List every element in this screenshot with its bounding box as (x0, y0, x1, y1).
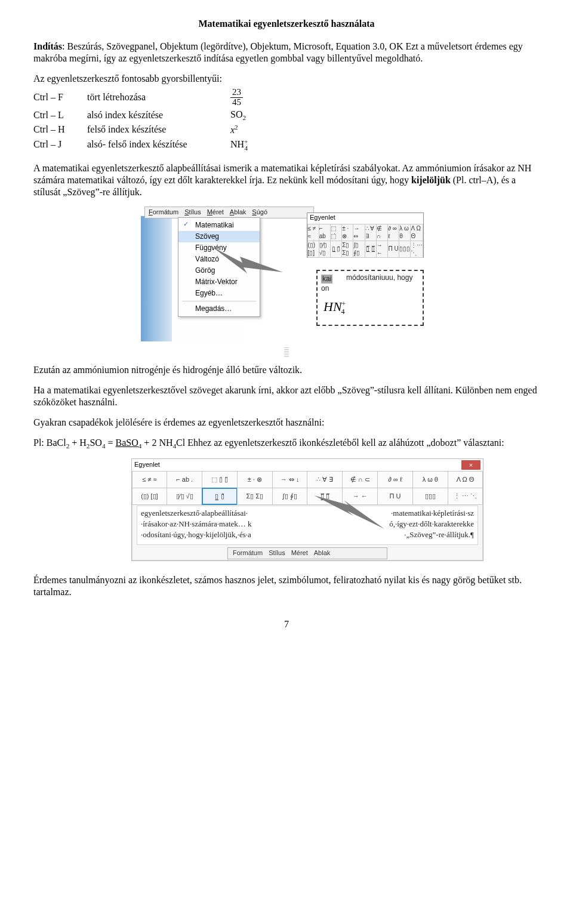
toolbar-button[interactable]: ▯̲ ▯̄ (330, 241, 342, 258)
toolbar-button[interactable]: ∴ ∀ ∃ (307, 471, 343, 488)
menubar-item[interactable]: Formátum (149, 208, 178, 217)
shortcut-desc: alsó index készítése (87, 108, 230, 122)
menubar-item[interactable]: Súgó (252, 208, 267, 217)
toolbar-button[interactable]: ± · ⊗ (341, 224, 353, 241)
toolbar-button[interactable]: ▯̲ ▯̄ (202, 488, 238, 505)
dropdown-item[interactable]: Egyéb… (178, 288, 260, 299)
page-title: Matematikai egyenletszerkesztő használat… (33, 18, 540, 30)
table-row: Ctrl – Jalsó- felső index készítéseNH+4 (33, 137, 278, 153)
sel-equation: HN+4 (324, 298, 344, 317)
dropdown-item[interactable]: Függvény (178, 242, 260, 254)
doc-text-line: ·írásakor·az·NH·számára·matek… kó,·így·e… (141, 519, 474, 529)
toolbar-button[interactable]: Λ Ω Θ (410, 224, 423, 241)
shortcut-example: SO2 (230, 108, 278, 122)
menubar-item[interactable]: Formátum (233, 549, 263, 558)
dropdown-item[interactable]: Szöveg (178, 231, 260, 242)
toolbar-button[interactable]: Π U (377, 488, 413, 505)
toolbar-button[interactable]: ∂ ∞ ℓ (387, 224, 399, 241)
ruler-fragment-icon (284, 347, 289, 358)
menubar-item[interactable]: Stílus (269, 549, 285, 558)
shortcuts-table: Ctrl – Ftört létrehozása2345Ctrl – Lalsó… (33, 87, 278, 153)
sel-frag-1: kai (321, 275, 332, 284)
toolbar-button[interactable]: ⋮⋯⋱ (410, 241, 423, 258)
toolbar-button[interactable]: ∴ ∀ ∃ (365, 224, 377, 241)
toolbar-button[interactable]: λ ω θ (399, 224, 411, 241)
equation-submenubar[interactable]: FormátumStílusMéretAblak (227, 547, 387, 559)
toolbar-button[interactable]: (▯) [▯] (307, 241, 319, 258)
toolbar-button[interactable]: ∫▯ ∮▯ (353, 241, 365, 258)
toolbar-button[interactable]: → ← (342, 488, 378, 505)
shortcut-key: Ctrl – F (33, 87, 87, 108)
sel-frag-2: on (321, 284, 329, 293)
dropdown-item[interactable]: Megadás… (178, 303, 260, 315)
toolbar-button[interactable]: ∉ ∩ ⊂ (342, 471, 378, 488)
shortcut-desc: felső index készítése (87, 122, 230, 137)
selected-equation-object[interactable]: kai on módosítaniuuu, hogy HN+4 (316, 270, 424, 326)
toolbar-button[interactable]: ▯̲̅ ▯̲̅ (365, 241, 377, 258)
toolbar-button[interactable]: ⋮ ⋯ ⋱ (448, 488, 483, 505)
menubar-item[interactable]: Stílus (184, 208, 201, 217)
example-rest: Ehhez az egyenletszerkesztő ikonkészleté… (187, 438, 504, 448)
text-style-paragraph: Ha a matematikai egyenletszerkesztővel s… (33, 384, 540, 408)
equation-toolbar[interactable]: Egyenlet ≤ ≠ ≈⌐ ab⬚ ⬚̇± · ⊗→ ⇔∴ ∀ ∃∉ ∩∂ … (307, 212, 424, 258)
toolbar-button[interactable]: ▯⁄▯ √▯ (167, 488, 202, 505)
dropdown-item[interactable]: Görög (178, 265, 260, 276)
chemical-equation: BaCl2 + H2SO4 = BaSO4 + 2 NH4Cl (47, 438, 185, 448)
toolbar-button[interactable]: Λ Ω Θ (448, 471, 483, 488)
toolbar-button[interactable]: λ ω θ (412, 471, 448, 488)
toolbar-button[interactable]: ≤ ≠ ≈ (307, 224, 319, 241)
doc-text-line: egyenletszerkesztő·alapbeállításai··mate… (141, 509, 474, 518)
equation-toolbar-grid[interactable]: ≤ ≠ ≈⌐ ab .⬚ ▯̇ ▯̈± · ⊗→ ⇔ ↓∴ ∀ ∃∉ ∩ ⊂∂ … (132, 472, 483, 505)
doc-text-line: ·odosítani·úgy,·hogy·kijelöljük,·és·a·„S… (141, 530, 474, 540)
style-menu-screenshot: FormátumStílusMéretAblakSúgó Matematikai… (141, 207, 425, 345)
shortcut-desc: tört létrehozása (87, 87, 230, 108)
toolbar-button[interactable]: ∉ ∩ (376, 224, 388, 241)
toolbar-button[interactable]: ≤ ≠ ≈ (132, 471, 168, 488)
close-button[interactable]: × (461, 460, 480, 470)
toolbar-button[interactable]: ▯▯▯ (412, 488, 448, 505)
toolbar-button[interactable]: → ⇔ (353, 224, 365, 241)
table-row: Ctrl – Ftört létrehozása2345 (33, 87, 278, 108)
shortcut-example: NH+4 (230, 137, 278, 153)
table-row: Ctrl – Lalsó index készítéseSO2 (33, 108, 278, 122)
toolbar-button[interactable]: Σ▯ Σ▯ (341, 241, 353, 258)
word-page-margin (141, 216, 172, 341)
precipitate-paragraph: Gyakran csapadékok jelölésére is érdemes… (33, 417, 540, 429)
toolbar-button[interactable]: ▯̲̅ ▯̲̅ (307, 488, 343, 505)
ammonium-bold: kijelöljük (411, 175, 451, 185)
example-lead: Pl: (33, 438, 47, 448)
toolbar-button[interactable]: ▯⁄▯ √▯ (319, 241, 331, 258)
menu-separator (182, 301, 256, 301)
toolbar-button[interactable]: ± · ⊗ (237, 471, 273, 488)
shortcuts-intro: Az egyenletszerkesztő fontosabb gyorsbil… (33, 73, 540, 85)
toolbar-button[interactable]: Π U (387, 241, 399, 258)
table-row: Ctrl – Hfelső index készítésex2 (33, 122, 278, 137)
ammonium-paragraph: A matematikai egyenletszerkesztő alapbeá… (33, 162, 540, 198)
toolbar-button[interactable]: ▯▯▯ (399, 241, 411, 258)
toolbar-button[interactable]: ⬚ ▯̇ ▯̈ (202, 471, 238, 488)
intro-paragraph: Indítás: Beszúrás, Szövegpanel, Objektum… (33, 41, 540, 64)
toolbar-button[interactable]: Σ▯ Σ▯ (237, 488, 273, 505)
dropdown-item[interactable]: Matematikai (178, 220, 260, 231)
toolbar-button[interactable]: ∫▯ ∮▯ (272, 488, 308, 505)
toolbar-button[interactable]: ∂ ∞ ℓ (377, 471, 413, 488)
menubar-item[interactable]: Ablak (230, 208, 247, 217)
sel-frag-3: módosítaniuuu, hogy (346, 273, 412, 282)
dropdown-item[interactable]: Változó (178, 254, 260, 265)
toolbar-button[interactable]: → ⇔ ↓ (272, 471, 308, 488)
toolbar-button[interactable]: (▯) [▯] (132, 488, 168, 505)
after-style-paragraph: Ezután az ammóniumion nitrogénje és hidr… (33, 364, 540, 376)
menubar-item[interactable]: Méret (207, 208, 224, 217)
shortcut-key: Ctrl – L (33, 108, 87, 122)
shortcut-key: Ctrl – H (33, 122, 87, 137)
document-text-behind: egyenletszerkesztő·alapbeállításai··mate… (137, 506, 478, 545)
page-number: 7 (33, 618, 540, 630)
toolbar-button[interactable]: → ← (376, 241, 388, 258)
menubar-item[interactable]: Méret (291, 549, 308, 558)
toolbar-button[interactable]: ⬚ ⬚̇ (330, 224, 342, 241)
dropdown-item[interactable]: Mátrix-Vektor (178, 276, 260, 288)
toolbar-button[interactable]: ⌐ ab . (167, 471, 202, 488)
toolbar-button[interactable]: ⌐ ab (319, 224, 331, 241)
menubar-item[interactable]: Ablak (314, 549, 331, 558)
stilus-dropdown[interactable]: MatematikaiSzövegFüggvényVáltozóGörögMát… (178, 217, 260, 317)
